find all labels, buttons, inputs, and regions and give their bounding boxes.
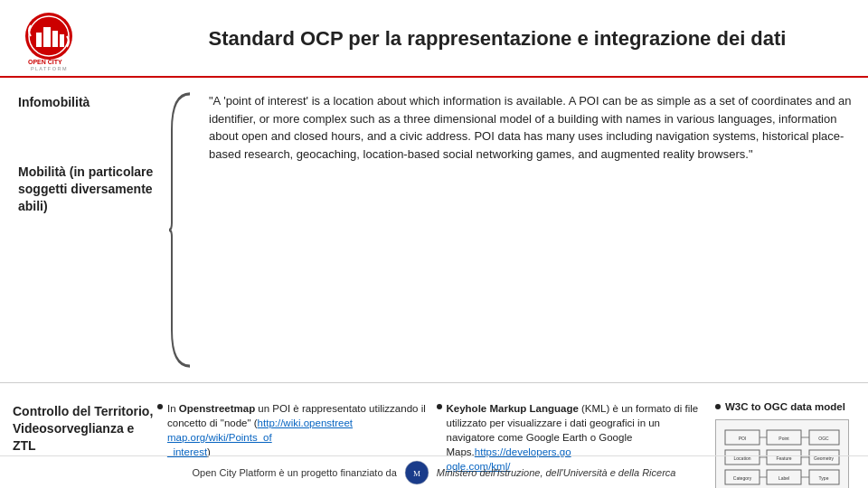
brace-icon (167, 87, 194, 373)
brace-decoration (167, 78, 203, 382)
logo-area: OPEN CITY P L A T F O R M (14, 7, 132, 70)
bullet-icon-3 (715, 404, 721, 409)
bullet-icon-1 (157, 404, 163, 409)
svg-rect-3 (52, 31, 58, 47)
w3c-label: W3C to OGC data model (725, 401, 845, 412)
bullet-icon-2 (437, 404, 442, 409)
svg-rect-2 (43, 27, 51, 47)
main-content-area: "A 'point of interest' is a location abo… (203, 78, 868, 382)
svg-text:OPEN CITY: OPEN CITY (28, 59, 62, 65)
page-footer: Open City Platform è un progetto finanzi… (0, 455, 868, 488)
bottom-left-label: Controllo del Territorio, Videosorveglia… (13, 398, 157, 455)
svg-text:P L A T F O R M: P L A T F O R M (31, 66, 67, 70)
svg-text:M: M (413, 469, 420, 478)
footer-text: Open City Platform è un progetto finanzi… (193, 467, 397, 478)
poi-description: "A 'point of interest' is a location abo… (209, 87, 852, 172)
openstreetmap-text: In Openstreetmap un POI è rappresentato … (167, 401, 428, 459)
ministry-name: Ministero dell'Istruzione, dell'Universi… (437, 467, 676, 478)
svg-text:POI: POI (739, 436, 747, 441)
sidebar-item-mobilita: Mobilità (in particolare soggetti divers… (18, 164, 156, 215)
logo-icon: OPEN CITY P L A T F O R M (24, 7, 123, 70)
svg-rect-4 (60, 34, 64, 47)
sidebar-item-infomobilita: Infomobilità (18, 94, 156, 111)
svg-text:Point: Point (778, 436, 789, 441)
sidebar: Infomobilità Mobilità (in particolare so… (0, 78, 167, 382)
page-header: OPEN CITY P L A T F O R M Standard OCP p… (0, 0, 868, 78)
svg-text:OGC: OGC (818, 436, 829, 441)
page-title: Standard OCP per la rappresentazione e i… (132, 27, 854, 51)
openstreetmap-link[interactable]: http://wiki.openstreetmap.org/wiki/Point… (167, 418, 353, 457)
ministry-logo-icon: M (404, 460, 429, 485)
svg-rect-1 (36, 33, 42, 47)
